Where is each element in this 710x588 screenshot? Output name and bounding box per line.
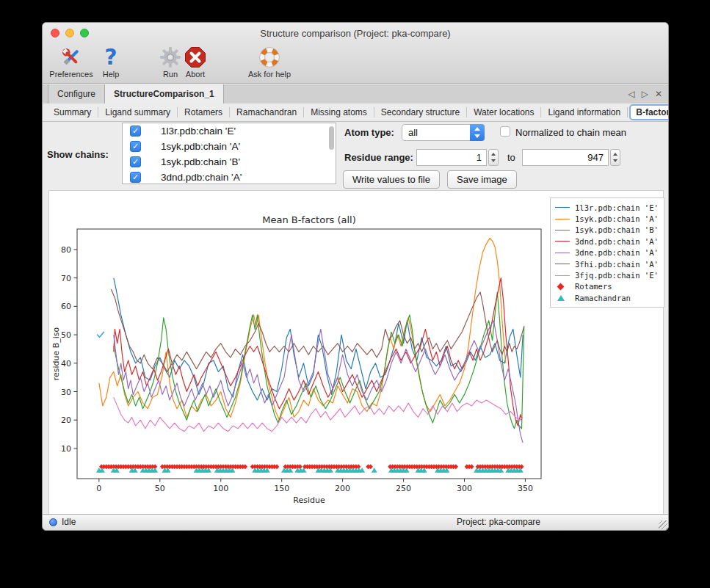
legend-swatch bbox=[555, 275, 570, 276]
status-bar: Idle Project: pka-compare bbox=[43, 514, 668, 530]
chain-list[interactable]: ✓ 1l3r.pdb:chain 'E' ✓ 1syk.pdb:chain 'A… bbox=[122, 123, 336, 184]
tab-scroll-left-icon[interactable]: ◁ bbox=[628, 89, 634, 99]
app-window: Structure comparison (Project: pka-compa… bbox=[42, 22, 669, 531]
diamond-marker bbox=[356, 464, 361, 469]
svg-text:200: 200 bbox=[335, 484, 350, 493]
chain-checkbox[interactable]: ✓ bbox=[130, 172, 141, 183]
atom-type-select[interactable]: all bbox=[402, 124, 485, 141]
diamond-marker bbox=[469, 464, 474, 469]
legend-entry: 3dne.pdb:chain 'A' bbox=[555, 247, 659, 258]
svg-text:40: 40 bbox=[61, 359, 71, 369]
lifebuoy-icon bbox=[239, 45, 300, 69]
series-line bbox=[114, 278, 523, 400]
legend-label: 3dnd.pdb:chain 'A' bbox=[575, 237, 659, 246]
chain-row[interactable]: ✓ 3dnd.pdb:chain 'A' bbox=[123, 170, 336, 184]
legend-entry: 1syk.pdb:chain 'B' bbox=[555, 225, 659, 236]
svg-text:Residue: Residue bbox=[293, 496, 325, 505]
chain-row[interactable]: ✓ 1l3r.pdb:chain 'E' bbox=[123, 123, 336, 139]
tab-close-icon[interactable]: ✕ bbox=[655, 89, 662, 99]
svg-text:50: 50 bbox=[61, 330, 71, 340]
atom-type-label: Atom type: bbox=[344, 127, 394, 138]
legend-swatch bbox=[555, 295, 570, 301]
svg-text:80: 80 bbox=[61, 245, 71, 255]
diamond-marker bbox=[243, 464, 247, 469]
save-image-button[interactable]: Save image bbox=[447, 170, 517, 189]
legend-label: 3fhi.pdb:chain 'A' bbox=[575, 260, 659, 269]
tab-ramachandran[interactable]: Ramachandran bbox=[230, 107, 304, 117]
series-line bbox=[111, 289, 524, 371]
chain-row[interactable]: ✓ 1syk.pdb:chain 'B' bbox=[123, 154, 336, 170]
bfactor-controls: Show chains: ✓ 1l3r.pdb:chain 'E' ✓ 1syk… bbox=[43, 122, 668, 190]
legend-swatch bbox=[555, 241, 570, 242]
chain-checkbox[interactable]: ✓ bbox=[130, 126, 141, 137]
legend-swatch bbox=[555, 284, 570, 289]
residue-range-label: Residue range: bbox=[344, 152, 413, 163]
legend-entry: 1l3r.pdb:chain 'E' bbox=[555, 202, 659, 213]
tab-b-factors[interactable]: B-factors bbox=[629, 104, 669, 120]
status-text: Idle bbox=[62, 517, 76, 527]
chain-checkbox[interactable]: ✓ bbox=[130, 156, 141, 167]
document-tab-bar: Configure StructureComparison_1 ◁ ▷ ✕ bbox=[43, 84, 668, 104]
preferences-button[interactable]: Preferences bbox=[46, 45, 97, 79]
tab-water-locations[interactable]: Water locations bbox=[467, 107, 541, 117]
legend-entry: 3dnd.pdb:chain 'A' bbox=[555, 236, 659, 247]
tab-missing-atoms[interactable]: Missing atoms bbox=[304, 107, 374, 117]
range-to-stepper[interactable] bbox=[610, 149, 620, 166]
help-button[interactable]: ? Help bbox=[98, 45, 124, 79]
svg-text:350: 350 bbox=[518, 484, 533, 493]
check-mark-annotation bbox=[98, 332, 104, 337]
range-to-word: to bbox=[507, 152, 515, 163]
chain-row[interactable]: ✓ 1syk.pdb:chain 'A' bbox=[123, 139, 336, 154]
legend-entry: 3fjq.pdb:chain 'E' bbox=[555, 269, 659, 280]
ask-for-help-button[interactable]: Ask for help bbox=[239, 45, 300, 79]
chain-list-scrollbar[interactable] bbox=[329, 126, 334, 150]
diamond-marker bbox=[454, 464, 458, 469]
svg-text:60: 60 bbox=[61, 302, 71, 311]
result-tab-bar: Summary Ligand summary Rotamers Ramachan… bbox=[43, 104, 668, 122]
normalized-label: Normalized to chain mean bbox=[515, 127, 626, 138]
range-to-input[interactable] bbox=[522, 149, 609, 166]
diamond-marker bbox=[297, 464, 302, 469]
legend-label: Ramachandran bbox=[575, 294, 631, 302]
tab-ligand-summary[interactable]: Ligand summary bbox=[98, 107, 178, 117]
legend-swatch bbox=[555, 207, 570, 208]
status-indicator-icon bbox=[49, 518, 57, 526]
svg-text:20: 20 bbox=[61, 415, 71, 425]
chain-checkbox[interactable]: ✓ bbox=[130, 141, 141, 152]
tab-structurecomparison-1[interactable]: StructureComparison_1 bbox=[105, 84, 224, 104]
legend-swatch bbox=[555, 264, 570, 264]
tab-secondary-structure[interactable]: Secondary structure bbox=[374, 107, 467, 117]
titlebar[interactable]: Structure comparison (Project: pka-compa… bbox=[43, 23, 668, 43]
write-values-button[interactable]: Write values to file bbox=[343, 170, 440, 189]
normalized-checkbox[interactable] bbox=[500, 126, 510, 137]
range-from-input[interactable] bbox=[416, 149, 487, 166]
legend-label: 3dne.pdb:chain 'A' bbox=[575, 248, 659, 257]
abort-button[interactable]: Abort bbox=[178, 45, 212, 79]
legend-label: 1syk.pdb:chain 'A' bbox=[575, 214, 659, 223]
tools-icon bbox=[46, 45, 97, 69]
svg-text:300: 300 bbox=[457, 484, 472, 493]
diamond-marker bbox=[275, 464, 279, 469]
svg-text:70: 70 bbox=[61, 274, 71, 283]
tab-summary[interactable]: Summary bbox=[47, 107, 98, 117]
svg-text:50: 50 bbox=[155, 484, 165, 493]
resize-grip[interactable] bbox=[659, 520, 667, 529]
window-header: Structure comparison (Project: pka-compa… bbox=[43, 23, 668, 84]
tab-scroll-right-icon[interactable]: ▷ bbox=[642, 89, 648, 99]
legend-swatch bbox=[555, 253, 570, 253]
chart-legend: 1l3r.pdb:chain 'E'1syk.pdb:chain 'A'1syk… bbox=[550, 197, 664, 308]
window-title: Structure comparison (Project: pka-compa… bbox=[43, 28, 668, 39]
range-from-stepper[interactable] bbox=[488, 149, 499, 166]
tab-ligand-information[interactable]: Ligand information bbox=[541, 107, 628, 117]
triangle-marker bbox=[372, 468, 377, 473]
tab-rotamers[interactable]: Rotamers bbox=[178, 107, 230, 117]
abort-icon bbox=[178, 45, 212, 69]
legend-entry: 1syk.pdb:chain 'A' bbox=[555, 213, 659, 224]
help-icon: ? bbox=[98, 45, 124, 69]
project-label: Project: pka-compare bbox=[457, 517, 540, 527]
legend-swatch bbox=[555, 230, 570, 231]
show-chains-label: Show chains: bbox=[47, 149, 109, 160]
bfactor-plot-panel: Mean B-factors (all)05010015020025030035… bbox=[48, 190, 664, 515]
tab-configure[interactable]: Configure bbox=[48, 84, 105, 104]
series-line bbox=[99, 238, 506, 420]
